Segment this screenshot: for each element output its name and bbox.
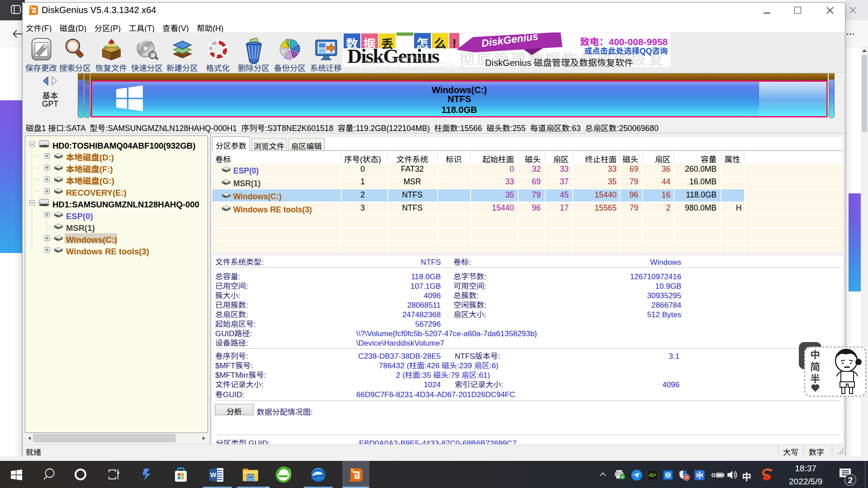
svg-text:i: i [667, 473, 669, 478]
svg-text:2: 2 [848, 475, 853, 485]
svg-text:W: W [210, 471, 217, 479]
